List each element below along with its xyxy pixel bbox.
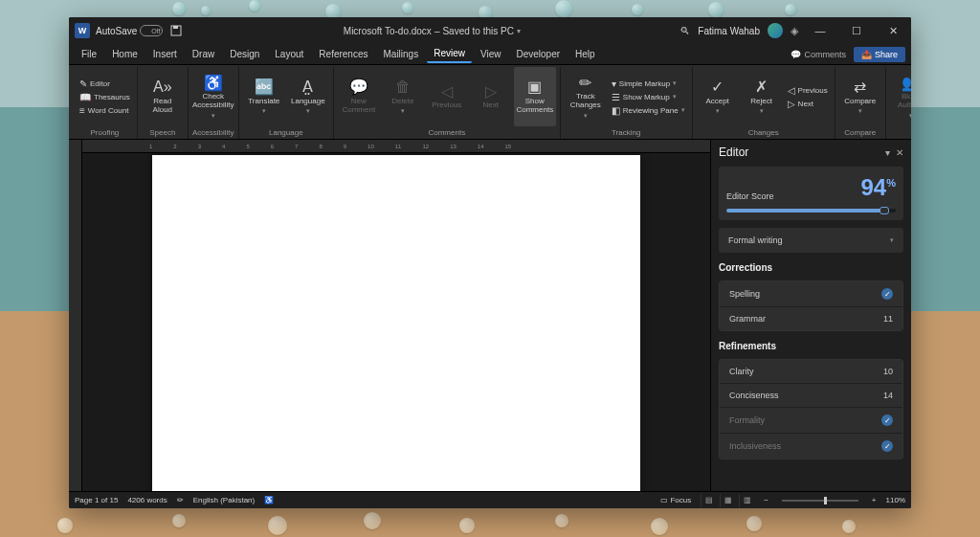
issue-spelling[interactable]: Spelling✓ bbox=[720, 281, 902, 306]
language-icon: A̤ bbox=[302, 78, 313, 96]
menu-layout[interactable]: Layout bbox=[268, 46, 310, 62]
show-comments-icon: ▣ bbox=[527, 78, 542, 96]
spellcheck-icon[interactable]: ✏︎ bbox=[177, 496, 184, 504]
score-value: 94% bbox=[861, 174, 896, 201]
minimize-button[interactable]: — bbox=[806, 17, 835, 44]
search-icon[interactable]: 🔍︎ bbox=[679, 25, 690, 36]
block-authors-button[interactable]: 👥Block Authors▾ bbox=[890, 67, 911, 126]
accept-button[interactable]: ✓Accept▾ bbox=[697, 67, 739, 126]
menu-review[interactable]: Review bbox=[427, 45, 472, 63]
toggle-switch[interactable]: Off bbox=[140, 25, 163, 36]
read-aloud-button[interactable]: A»Read Aloud bbox=[142, 67, 184, 126]
menu-view[interactable]: View bbox=[474, 46, 508, 62]
track-icon: ✏︎ bbox=[579, 75, 591, 92]
document-page[interactable] bbox=[152, 155, 640, 491]
reject-button[interactable]: ✗Reject▾ bbox=[741, 67, 783, 126]
compare-button[interactable]: ⇄Compare▾ bbox=[839, 67, 881, 126]
previous-change-button[interactable]: ◁Previous bbox=[785, 84, 831, 97]
zoom-out-button[interactable]: − bbox=[764, 496, 768, 504]
check-accessibility-button[interactable]: ♿Check Accessibility▾ bbox=[192, 67, 234, 126]
web-layout-button[interactable]: ▥ bbox=[739, 494, 754, 507]
page-indicator[interactable]: Page 1 of 15 bbox=[75, 496, 118, 504]
thesaurus-button[interactable]: 📖Thesaurus bbox=[77, 91, 133, 103]
next-comment-button[interactable]: ▷Next bbox=[470, 67, 512, 126]
next-change-button[interactable]: ▷Next bbox=[785, 98, 831, 110]
ribbon-group-proofing: ✎Editor 📖Thesaurus ≡Word Count Proofing bbox=[73, 67, 138, 139]
reviewing-pane-button[interactable]: ◧Reviewing Pane▾ bbox=[609, 104, 688, 117]
issue-grammar[interactable]: Grammar11 bbox=[720, 307, 902, 330]
document-scroll[interactable] bbox=[82, 153, 710, 491]
writing-style-select[interactable]: Formal writing▾ bbox=[719, 228, 903, 253]
comments-button[interactable]: 💬Comments bbox=[785, 48, 852, 61]
translate-button[interactable]: 🔤Translate▾ bbox=[243, 67, 285, 126]
read-mode-button[interactable]: ▤ bbox=[701, 494, 716, 507]
translate-icon: 🔤 bbox=[255, 78, 274, 96]
corrections-heading: Corrections bbox=[719, 262, 903, 273]
check-icon: ✓ bbox=[881, 440, 893, 452]
menu-developer[interactable]: Developer bbox=[509, 46, 567, 62]
menu-mailings[interactable]: Mailings bbox=[376, 46, 425, 62]
menu-help[interactable]: Help bbox=[568, 46, 602, 62]
focus-mode-button[interactable]: ▭ Focus bbox=[660, 496, 691, 504]
show-markup-button[interactable]: ☰Show Markup▾ bbox=[609, 91, 688, 103]
menu-references[interactable]: References bbox=[312, 46, 374, 62]
previous-comment-button[interactable]: ◁Previous bbox=[426, 67, 468, 126]
next-change-icon: ▷ bbox=[788, 99, 795, 109]
ribbon-group-protect: 👥Block Authors▾ 🔒Restrict Editing Protec… bbox=[886, 67, 911, 139]
word-count[interactable]: 4206 words bbox=[127, 496, 167, 504]
ribbon-group-comments: 💬New Comment 🗑Delete▾ ◁Previous ▷Next ▣S… bbox=[334, 67, 561, 139]
pane-options-button[interactable]: ▾ bbox=[885, 147, 890, 158]
ribbon: ✎Editor 📖Thesaurus ≡Word Count Proofing … bbox=[69, 65, 911, 140]
print-layout-button[interactable]: ▦ bbox=[720, 494, 735, 507]
svg-rect-1 bbox=[173, 26, 178, 29]
menu-file[interactable]: File bbox=[75, 46, 103, 62]
ribbon-group-language: 🔤Translate▾ A̤Language▾ Language bbox=[239, 67, 334, 139]
user-name[interactable]: Fatima Wahab bbox=[698, 26, 760, 36]
vertical-ruler[interactable] bbox=[69, 140, 82, 491]
user-avatar[interactable] bbox=[768, 23, 783, 38]
close-button[interactable]: ✕ bbox=[879, 17, 907, 44]
view-switcher: ▤ ▦ ▥ bbox=[701, 494, 754, 507]
editor-pane: Editor ▾ ✕ Editor Score 94% Formal writi… bbox=[710, 140, 911, 491]
new-comment-button[interactable]: 💬New Comment bbox=[338, 67, 380, 126]
menu-draw[interactable]: Draw bbox=[186, 46, 221, 62]
menu-design[interactable]: Design bbox=[223, 46, 266, 62]
issue-clarity[interactable]: Clarity10 bbox=[720, 360, 902, 383]
accessibility-status-icon[interactable]: ♿ bbox=[264, 496, 274, 504]
issue-formality[interactable]: Formality✓ bbox=[720, 408, 902, 433]
zoom-in-button[interactable]: + bbox=[872, 496, 877, 504]
show-markup-icon: ☰ bbox=[612, 92, 620, 102]
show-comments-button[interactable]: ▣Show Comments bbox=[514, 67, 556, 126]
delete-comment-button[interactable]: 🗑Delete▾ bbox=[382, 67, 424, 126]
language-button[interactable]: A̤Language▾ bbox=[287, 67, 329, 126]
editor-score-card[interactable]: Editor Score 94% bbox=[719, 167, 903, 220]
zoom-slider[interactable] bbox=[782, 500, 858, 502]
save-button[interactable] bbox=[168, 23, 184, 38]
menu-home[interactable]: Home bbox=[105, 46, 145, 62]
issue-conciseness[interactable]: Conciseness14 bbox=[720, 384, 902, 407]
statusbar: Page 1 of 15 4206 words ✏︎ English (Paki… bbox=[69, 491, 911, 508]
diamond-icon[interactable]: ◈ bbox=[791, 25, 798, 37]
reject-icon: ✗ bbox=[755, 78, 768, 96]
ribbon-group-changes: ✓Accept▾ ✗Reject▾ ◁Previous ▷Next Change… bbox=[693, 67, 835, 139]
horizontal-ruler[interactable]: 123456789101112131415 bbox=[82, 140, 710, 153]
menu-insert[interactable]: Insert bbox=[146, 46, 184, 62]
pane-close-button[interactable]: ✕ bbox=[896, 147, 903, 158]
chevron-down-icon[interactable]: ▾ bbox=[517, 27, 521, 35]
editor-button[interactable]: ✎Editor bbox=[77, 78, 133, 90]
compare-icon: ⇄ bbox=[854, 78, 866, 96]
document-area: 123456789101112131415 bbox=[82, 140, 710, 491]
language-indicator[interactable]: English (Pakistan) bbox=[193, 496, 255, 504]
markup-mode-select[interactable]: ▾Simple Markup▾ bbox=[609, 78, 688, 90]
ribbon-group-compare: ⇄Compare▾ Compare bbox=[835, 67, 886, 139]
share-button[interactable]: 📤Share bbox=[854, 47, 905, 62]
autosave-toggle[interactable]: AutoSave Off bbox=[96, 25, 163, 36]
wordcount-button[interactable]: ≡Word Count bbox=[77, 104, 133, 117]
issue-inclusiveness[interactable]: Inclusiveness✓ bbox=[720, 434, 902, 459]
zoom-level[interactable]: 110% bbox=[886, 496, 905, 504]
thesaurus-icon: 📖 bbox=[79, 92, 91, 102]
track-changes-button[interactable]: ✏︎Track Changes▾ bbox=[565, 67, 607, 126]
content-row: 123456789101112131415 Editor ▾ ✕ Editor … bbox=[69, 140, 911, 491]
maximize-button[interactable]: ☐ bbox=[842, 17, 871, 44]
check-icon: ✓ bbox=[881, 414, 893, 426]
